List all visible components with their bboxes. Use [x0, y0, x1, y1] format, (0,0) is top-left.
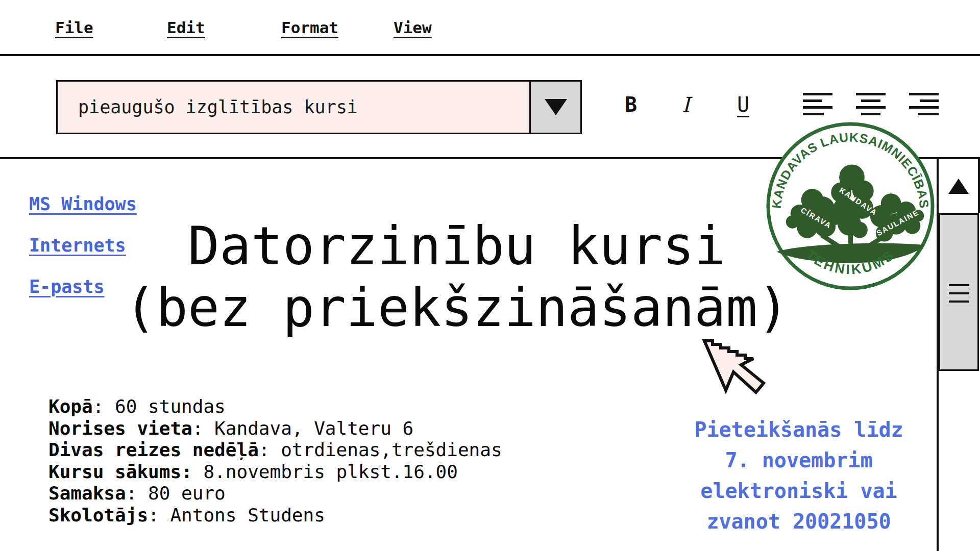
detail-row-total: Kopā: 60 stundas [48, 396, 502, 418]
detail-value: : Antons Studens [148, 505, 325, 525]
align-left-icon [803, 93, 832, 117]
detail-label: Samaksa [48, 483, 126, 504]
align-left-button[interactable] [803, 93, 832, 117]
align-right-icon [909, 93, 939, 117]
thumb-grip-line [949, 292, 969, 294]
align-center-icon [856, 93, 886, 117]
school-logo: CĪRAVA KANDAVA SAULAINE KANDAVAS LAUKSAI… [762, 117, 939, 295]
detail-label: Norises vieta [48, 418, 192, 439]
detail-value: 8.novembris plkst.16.00 [192, 461, 458, 482]
detail-row-price: Samaksa: 80 euro [48, 483, 502, 505]
detail-label: Kursu sākums: [48, 461, 192, 482]
style-dropdown-arrow-button[interactable] [529, 82, 580, 133]
italic-button[interactable]: I [682, 93, 690, 116]
menubar-divider [0, 54, 980, 56]
course-title: Datorzinību kursi (bez priekšzināšanām) [61, 215, 852, 339]
scroll-up-button[interactable] [939, 159, 980, 213]
thumb-grip-line [949, 300, 969, 303]
notice-line: zvanot 20021050 [679, 506, 919, 537]
notice-line: elektroniski vai [679, 475, 919, 506]
align-right-button[interactable] [909, 93, 939, 117]
notice-line: Pieteikšanās līdz [679, 414, 919, 445]
detail-value: : 60 stundas [93, 396, 226, 417]
bold-button[interactable]: B [625, 93, 637, 116]
detail-value: : Kandava, Valteru 6 [192, 418, 413, 439]
detail-row-schedule: Divas reizes nedēļā: otrdienas,trešdiena… [48, 439, 502, 461]
detail-row-location: Norises vieta: Kandava, Valteru 6 [48, 418, 502, 440]
menu-edit[interactable]: Edit [167, 18, 205, 37]
scroll-up-arrow-icon [948, 178, 969, 194]
dropdown-arrow-icon [544, 98, 568, 116]
detail-value: : otrdienas,trešdienas [259, 439, 502, 460]
menu-format[interactable]: Format [281, 18, 338, 37]
underline-button[interactable]: U [737, 93, 749, 116]
scrollbar-thumb[interactable] [939, 213, 979, 371]
course-details: Kopā: 60 stundas Norises vieta: Kandava,… [48, 396, 502, 526]
application-notice: Pieteikšanās līdz 7. novembrim elektroni… [679, 414, 919, 537]
detail-row-start: Kursu sākums: 8.novembris plkst.16.00 [48, 461, 502, 483]
course-title-line1: Datorzinību kursi [61, 215, 852, 277]
notice-line: 7. novembrim [679, 445, 919, 475]
style-dropdown[interactable]: pieaugušo izglītības kursi [56, 80, 582, 134]
thumb-grip-line [949, 284, 969, 286]
mouse-cursor-icon [701, 337, 778, 400]
menu-view[interactable]: View [394, 18, 432, 37]
detail-label: Divas reizes nedēļā [48, 439, 259, 460]
style-dropdown-value: pieaugušo izglītības kursi [58, 97, 358, 117]
menu-file[interactable]: File [55, 18, 93, 37]
align-center-button[interactable] [856, 93, 886, 117]
detail-row-teacher: Skolotājs: Antons Studens [48, 505, 502, 527]
detail-label: Skolotājs [48, 505, 148, 525]
detail-value: : 80 euro [126, 483, 226, 504]
link-ms-windows[interactable]: MS Windows [29, 194, 137, 214]
course-title-line2: (bez priekšzināšanām) [61, 277, 852, 339]
detail-label: Kopā [48, 396, 93, 417]
